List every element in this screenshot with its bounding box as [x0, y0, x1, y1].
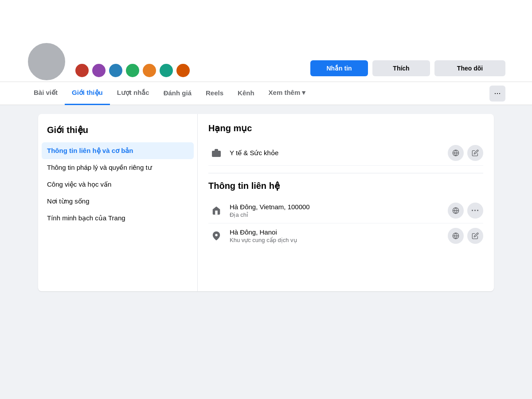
- address-globe-button[interactable]: [448, 203, 464, 219]
- profile-nav: Bài viết Giới thiệu Lượt nhắc Đánh giá R…: [0, 82, 532, 105]
- pencil-icon: [472, 149, 479, 156]
- tab-kenh[interactable]: Kênh: [231, 82, 262, 105]
- sidebar-title: Giới thiệu: [42, 121, 194, 142]
- svg-rect-0: [212, 151, 221, 157]
- pencil-icon-2: [472, 232, 479, 239]
- category-row: Y tế & Sức khỏe: [208, 141, 483, 166]
- friend-avatar-4: [125, 63, 140, 78]
- sidebar-item-minh-bach[interactable]: Tính minh bạch của Trang: [42, 210, 194, 227]
- pin-icon: [208, 228, 224, 244]
- thong-tin-lien-he-title: Thông tin liên hệ: [208, 180, 483, 191]
- address-row: Hà Đông, Vietnam, 100000 Địa chỉ ···: [208, 198, 483, 223]
- friend-avatars-list: [74, 63, 191, 78]
- section-divider: [208, 173, 483, 173]
- globe-icon-3: [452, 232, 459, 239]
- category-edit-button[interactable]: [467, 145, 483, 161]
- tab-reels[interactable]: Reels: [199, 82, 231, 105]
- address-text: Hà Đông, Vietnam, 100000 Địa chỉ: [230, 203, 448, 218]
- hang-muc-title: Hạng mục: [208, 123, 483, 133]
- globe-icon-2: [452, 207, 459, 214]
- sidebar-item-phap-ly[interactable]: Thông tin pháp lý và quyền riêng tư: [42, 159, 194, 176]
- home-icon: [208, 203, 224, 219]
- banner-action-buttons: Nhắn tin Thích Theo dõi: [310, 60, 505, 76]
- category-text: Y tế & Sức khỏe: [230, 149, 448, 157]
- location-text: Hà Đông, Hanoi Khu vực cung cấp dịch vụ: [230, 228, 448, 243]
- sidebar-item-thong-tin-lien-he[interactable]: Thông tin liên hệ và cơ bản: [42, 142, 194, 159]
- profile-banner: Nhắn tin Thích Theo dõi: [0, 0, 532, 82]
- friend-avatar-2: [91, 63, 106, 78]
- address-actions: ···: [448, 203, 483, 219]
- address-more-button[interactable]: ···: [467, 203, 483, 219]
- address-secondary: Địa chỉ: [230, 211, 448, 218]
- category-icon: [208, 145, 224, 161]
- like-button[interactable]: Thích: [372, 60, 430, 76]
- right-panel: Hạng mục Y tế & Sức khỏe: [198, 114, 494, 291]
- category-actions: [448, 145, 483, 161]
- address-primary: Hà Đông, Vietnam, 100000: [230, 203, 448, 211]
- dots-icon: ···: [471, 206, 479, 215]
- friend-avatar-3: [108, 63, 123, 78]
- location-edit-button[interactable]: [467, 228, 483, 244]
- category-value: Y tế & Sức khỏe: [230, 149, 448, 157]
- location-primary: Hà Đông, Hanoi: [230, 228, 448, 236]
- message-button[interactable]: Nhắn tin: [310, 60, 368, 76]
- location-globe-button[interactable]: [448, 228, 464, 244]
- location-secondary: Khu vực cung cấp dịch vụ: [230, 237, 448, 243]
- svg-point-3: [215, 234, 218, 236]
- tab-xem-them[interactable]: Xem thêm ▾: [262, 82, 313, 105]
- tab-danh-gia[interactable]: Đánh giá: [156, 82, 199, 105]
- follow-button[interactable]: Theo dõi: [434, 60, 505, 76]
- content-card: Giới thiệu Thông tin liên hệ và cơ bản T…: [38, 114, 494, 291]
- friend-avatar-1: [74, 63, 90, 78]
- friend-avatar-7: [176, 63, 191, 78]
- location-actions: [448, 228, 483, 244]
- main-content: Giới thiệu Thông tin liên hệ và cơ bản T…: [31, 114, 501, 291]
- profile-avatar: [27, 42, 66, 82]
- sidebar-item-cong-viec[interactable]: Công việc và học vấn: [42, 176, 194, 193]
- tab-luot-nhac[interactable]: Lượt nhắc: [110, 82, 156, 105]
- nav-more-button[interactable]: ···: [489, 86, 505, 102]
- globe-icon: [452, 149, 459, 156]
- tab-gioi-thieu[interactable]: Giới thiệu: [65, 82, 110, 105]
- sidebar: Giới thiệu Thông tin liên hệ và cơ bản T…: [38, 114, 198, 291]
- category-globe-button[interactable]: [448, 145, 464, 161]
- sidebar-item-noi-song[interactable]: Nơi từng sống: [42, 193, 194, 210]
- friend-avatar-6: [159, 63, 174, 78]
- tab-bai-viet[interactable]: Bài viết: [27, 82, 65, 105]
- friend-avatar-5: [142, 63, 157, 78]
- location-row: Hà Đông, Hanoi Khu vực cung cấp dịch vụ: [208, 223, 483, 248]
